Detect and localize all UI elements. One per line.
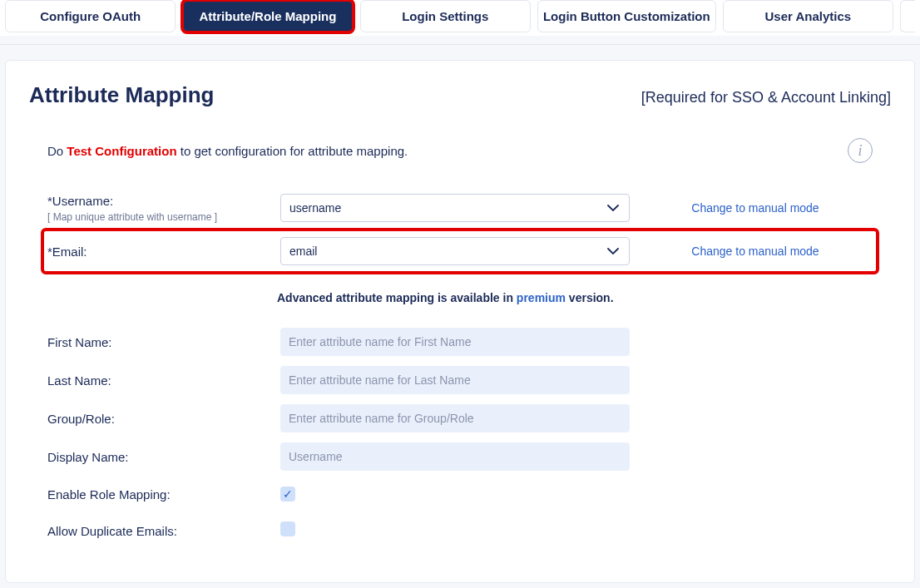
test-configuration-link[interactable]: Test Configuration	[67, 144, 176, 158]
attribute-mapping-card: Attribute Mapping [Required for SSO & Ac…	[5, 60, 915, 583]
input-group-role	[280, 404, 630, 432]
tab-attribute-role-mapping[interactable]: Attribute/Role Mapping	[182, 0, 353, 32]
link-username-manual[interactable]: Change to manual mode	[638, 201, 873, 215]
row-display-name: Display Name:	[42, 437, 878, 476]
label-username-text: *Username:	[47, 194, 113, 208]
intro-prefix: Do	[47, 144, 67, 158]
row-email: *Email: email Change to manual mode	[42, 230, 878, 273]
label-group-role: Group/Role:	[47, 412, 272, 426]
tab-login-settings[interactable]: Login Settings	[360, 0, 531, 32]
row-last-name: Last Name:	[42, 361, 878, 399]
tab-login-button-customization[interactable]: Login Button Customization	[537, 0, 716, 32]
form-rows: *Username: [ Map unique attribute with u…	[29, 186, 891, 549]
input-last-name	[280, 366, 630, 394]
label-allow-dup: Allow Duplicate Emails:	[47, 524, 272, 538]
page-subtitle: [Required for SSO & Account Linking]	[641, 89, 891, 106]
checkbox-enable-role[interactable]: ✓	[280, 487, 295, 502]
label-username: *Username: [ Map unique attribute with u…	[47, 194, 272, 223]
select-username[interactable]: username	[280, 194, 630, 222]
label-display-name: Display Name:	[47, 450, 272, 464]
input-display-name	[280, 442, 630, 471]
input-first-name	[280, 328, 630, 356]
row-group-role: Group/Role:	[42, 399, 878, 437]
link-email-manual[interactable]: Change to manual mode	[638, 245, 873, 258]
tab-bar: Configure OAuth Attribute/Role Mapping L…	[0, 0, 920, 36]
label-first-name: First Name:	[47, 335, 272, 349]
row-username: *Username: [ Map unique attribute with u…	[42, 186, 878, 230]
tab-overflow[interactable]	[900, 0, 915, 32]
check-icon: ✓	[283, 488, 293, 500]
intro-suffix: to get configuration for attribute mappi…	[177, 144, 408, 158]
card-header: Attribute Mapping [Required for SSO & Ac…	[29, 82, 891, 108]
label-enable-role: Enable Role Mapping:	[47, 487, 272, 502]
tab-configure-oauth[interactable]: Configure OAuth	[5, 0, 176, 32]
checkbox-allow-dup[interactable]	[280, 521, 295, 536]
row-enable-role-mapping: Enable Role Mapping: ✓	[42, 476, 878, 512]
divider	[0, 44, 920, 45]
select-email[interactable]: email	[280, 237, 630, 265]
label-last-name: Last Name:	[47, 373, 272, 388]
premium-note: Advanced attribute mapping is available …	[42, 273, 878, 323]
premium-link[interactable]: premium	[517, 291, 566, 304]
intro-row: Do Test Configuration to get configurati…	[29, 138, 891, 186]
intro-text: Do Test Configuration to get configurati…	[47, 144, 408, 158]
row-first-name: First Name:	[42, 323, 878, 361]
row-allow-duplicate-emails: Allow Duplicate Emails:	[42, 512, 878, 549]
info-icon[interactable]: i	[848, 138, 873, 163]
premium-note-p2: version.	[566, 291, 614, 304]
tab-user-analytics[interactable]: User Analytics	[723, 0, 893, 32]
label-email: *Email:	[47, 245, 272, 259]
premium-note-p1: Advanced attribute mapping is available …	[277, 291, 517, 304]
page-title: Attribute Mapping	[29, 82, 214, 108]
label-username-hint: [ Map unique attribute with username ]	[47, 211, 272, 223]
